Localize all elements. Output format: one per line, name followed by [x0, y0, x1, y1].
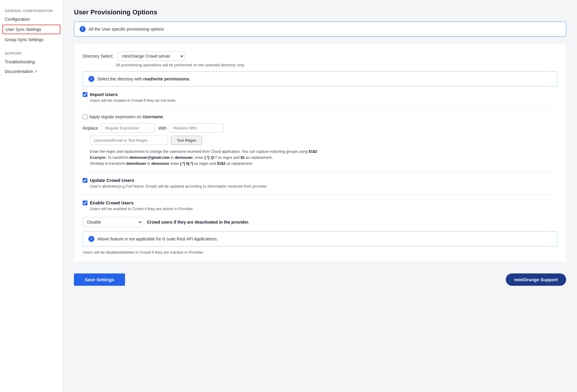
enable-crowd-hint: Users will be enabled in Crowd if they a… — [90, 207, 557, 211]
page-footer: Save Settings miniOrange Support — [74, 270, 566, 286]
sidebar-item-group-sync[interactable]: Group Sync Settings — [0, 35, 63, 44]
crowd-deactivated-label: Crowd users if they are deactivated in t… — [147, 220, 249, 225]
directory-select[interactable]: miniOrange Crowd server — [118, 51, 185, 61]
sidebar: GENERAL CONFIGURATION Configuration User… — [0, 0, 63, 392]
permissions-info-icon: i — [88, 76, 94, 82]
import-users-checkbox[interactable] — [83, 92, 87, 97]
miniorange-support-button[interactable]: miniOrange Support — [506, 273, 566, 286]
deactivated-row: Disable Delete Crowd users if they are d… — [83, 217, 557, 227]
directory-row: Directory Select: miniOrange Crowd serve… — [83, 51, 557, 61]
divider-1 — [83, 109, 557, 109]
permissions-notice-text: Select the directory with read/write per… — [97, 77, 190, 81]
sidebar-item-configuration[interactable]: Configuration — [0, 14, 63, 24]
test-regex-input[interactable] — [90, 136, 168, 145]
update-crowd-section: Update Crowd Users User's attributes(e.g… — [83, 178, 557, 188]
directory-hint: All provisioning operations will be perf… — [116, 63, 557, 67]
permissions-notice-box: i Select the directory with read/write p… — [83, 71, 557, 86]
replace-input[interactable] — [101, 123, 155, 133]
import-users-hint: Users will be created in Crowd if they d… — [90, 98, 557, 103]
crowd-deactivated-dropdown[interactable]: Disable Delete — [83, 217, 143, 227]
enable-crowd-checkbox[interactable] — [83, 201, 87, 205]
apply-regex-checkbox[interactable] — [83, 114, 87, 119]
external-link-icon: ↗ — [34, 70, 37, 74]
page-title: User Provisioning Options — [74, 8, 566, 16]
divider-3 — [83, 194, 557, 195]
enable-crowd-label: Enable Crowd Users — [90, 200, 134, 205]
replace-with-input[interactable] — [169, 123, 224, 133]
regex-section: Apply regular expression on Username. Re… — [83, 114, 557, 167]
divider-2 — [83, 172, 557, 172]
test-regex-button[interactable]: Test Regex — [171, 136, 202, 145]
sidebar-item-documentation[interactable]: Documentation ↗ — [0, 67, 63, 76]
enable-crowd-section: Enable Crowd Users Users will be enabled… — [83, 200, 557, 211]
save-settings-button[interactable]: Save Settings — [74, 273, 125, 286]
update-crowd-checkbox[interactable] — [83, 178, 87, 183]
gsuite-notice-box: i Above feature is not applicable for G … — [83, 231, 557, 246]
support-label: SUPPORT — [0, 49, 63, 57]
info-icon: i — [80, 26, 86, 32]
update-crowd-label: Update Crowd Users — [90, 178, 134, 183]
gsuite-info-icon: i — [88, 236, 94, 242]
general-config-label: GENERAL CONFIGURATION — [0, 6, 63, 14]
enable-crowd-row: Enable Crowd Users — [83, 200, 557, 205]
form-section: Directory Select: miniOrange Crowd serve… — [74, 44, 566, 262]
replace-label: Replace — [83, 126, 98, 131]
main-content: User Provisioning Options i All the User… — [63, 0, 577, 392]
directory-label: Directory Select: — [83, 54, 114, 59]
info-banner: i All the User specific provisioning opt… — [74, 22, 566, 37]
import-users-row: Import Users — [83, 92, 557, 97]
gsuite-notice-text: Above feature is not applicable for G su… — [97, 237, 218, 241]
replace-row: Replace With — [83, 123, 557, 133]
with-label: With — [158, 126, 166, 131]
users-disabled-hint: Users will be disabled/deleted in Crowd … — [83, 250, 557, 255]
info-banner-text: All the User specific provisioning optio… — [89, 27, 164, 32]
apply-regex-label: Apply regular expression on Username. — [89, 114, 164, 119]
update-crowd-row: Update Crowd Users — [83, 178, 557, 183]
update-crowd-hint: User's attributes(e.g Full Name, Email) … — [90, 184, 557, 188]
import-users-label: Import Users — [90, 92, 118, 97]
sidebar-item-troubleshooting[interactable]: Troubleshooting — [0, 57, 63, 67]
test-regex-row: Test Regex — [90, 136, 557, 145]
sidebar-item-user-sync[interactable]: User Sync Settings — [2, 25, 60, 34]
apply-regex-row: Apply regular expression on Username. — [83, 114, 557, 119]
import-users-section: Import Users Users will be created in Cr… — [83, 92, 557, 103]
regex-help: Enter the regex and replacement to chang… — [90, 149, 557, 167]
